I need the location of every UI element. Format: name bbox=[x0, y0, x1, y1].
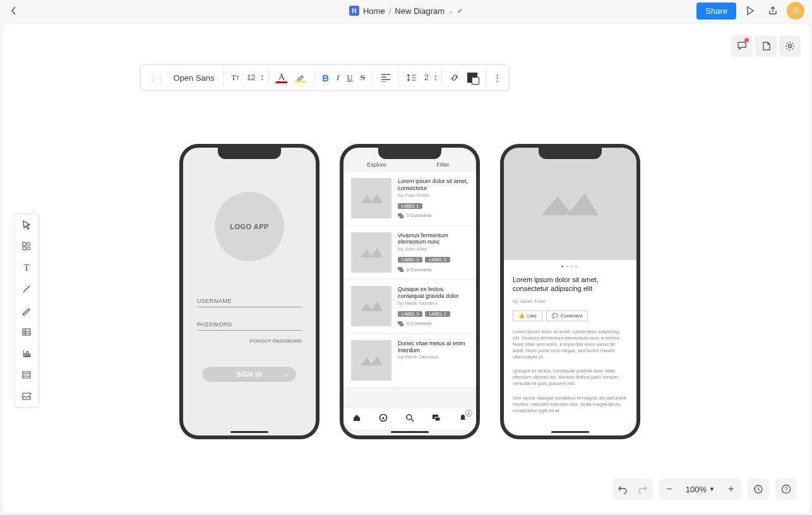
logo-placeholder: LOGO APP bbox=[215, 192, 284, 261]
feed-author: by Marie Sanders bbox=[398, 300, 469, 306]
link-button[interactable] bbox=[446, 68, 463, 88]
settings-gear-icon[interactable] bbox=[779, 35, 801, 57]
username-field: USERNAME bbox=[197, 298, 302, 307]
line-tool-icon[interactable] bbox=[15, 278, 39, 300]
line-height-input[interactable]: 2 bbox=[421, 68, 433, 88]
zoom-out-button[interactable]: − bbox=[659, 478, 679, 500]
shapes-tool-icon[interactable] bbox=[15, 235, 39, 257]
svg-rect-13 bbox=[23, 372, 30, 378]
drag-handle-icon[interactable]: ⋮⋮ bbox=[145, 68, 169, 88]
zoom-in-button[interactable]: + bbox=[721, 478, 741, 500]
tab-filter: Filter bbox=[410, 162, 476, 168]
pages-button[interactable] bbox=[755, 35, 777, 57]
topbar: H Home / New Diagram ⌄ ✔ Share ⦿ bbox=[0, 0, 812, 21]
feed-author: by Fran Smith bbox=[398, 192, 469, 198]
italic-button[interactable]: I bbox=[333, 68, 343, 88]
user-avatar[interactable]: ⦿ bbox=[787, 2, 804, 20]
feed-author: by Marie Salomon bbox=[398, 354, 469, 360]
chart-tool-icon[interactable] bbox=[15, 343, 39, 364]
svg-point-0 bbox=[789, 45, 792, 48]
arrow-right-icon: → bbox=[284, 371, 290, 378]
line-height-icon bbox=[403, 68, 421, 88]
share-button[interactable]: Share bbox=[696, 3, 736, 20]
history-button[interactable] bbox=[748, 478, 769, 500]
feed-item: Vivamus fermentum elementum nunc by John… bbox=[343, 226, 476, 280]
thumbs-up-icon: 👍 bbox=[518, 313, 525, 319]
highlight-color-button[interactable] bbox=[291, 68, 310, 88]
saved-check-icon: ✔ bbox=[457, 7, 463, 15]
font-family-select[interactable]: Open Sans bbox=[169, 68, 219, 88]
feed-item: Quisque ex lectus, consequat gravida dol… bbox=[343, 280, 476, 334]
phone-frame-detail[interactable]: ●●●● Lorem ipsum dolor sit amet, consect… bbox=[500, 144, 640, 439]
breadcrumb-sep: / bbox=[389, 6, 391, 16]
line-height-stepper[interactable]: ▲▼ bbox=[434, 74, 438, 81]
font-size-input[interactable]: 12 bbox=[243, 68, 259, 88]
chevron-down-icon[interactable]: ⌄ bbox=[448, 8, 453, 15]
back-button[interactable] bbox=[8, 4, 20, 17]
table-tool-icon[interactable] bbox=[15, 321, 39, 343]
notification-dot bbox=[744, 38, 749, 42]
phone-frame-login[interactable]: LOGO APP USERNAME PASSWORD FORGOT PASSWO… bbox=[179, 144, 319, 439]
svg-rect-12 bbox=[29, 354, 30, 357]
svg-rect-6 bbox=[23, 329, 30, 335]
text-tool-icon[interactable]: T bbox=[15, 257, 39, 278]
phone-frame-feed[interactable]: Explore Filter Lorem ipsum dolor sit ame… bbox=[340, 144, 480, 439]
redo-button[interactable] bbox=[633, 478, 653, 500]
feed-item: Lorem ipsum dolor sit amet, consectetur … bbox=[343, 172, 476, 226]
password-field: PASSWORD bbox=[197, 321, 302, 331]
image-tool-icon[interactable]: + bbox=[15, 386, 39, 407]
select-tool-icon[interactable] bbox=[15, 214, 39, 235]
feed-title: Lorem ipsum dolor sit amet, consectetur bbox=[398, 178, 469, 192]
svg-point-4 bbox=[27, 247, 30, 250]
feed-list: Lorem ipsum dolor sit amet, consectetur … bbox=[343, 172, 476, 388]
present-play-icon[interactable] bbox=[741, 2, 759, 20]
feed-item: Donec vitae metus at enim interdum by Ma… bbox=[343, 334, 476, 388]
feed-comments: 0 Comments bbox=[398, 321, 469, 327]
frame-tool-icon[interactable] bbox=[15, 364, 39, 386]
feed-label: LABEL 1 bbox=[425, 311, 450, 317]
more-options-icon[interactable]: ⋮ bbox=[489, 68, 505, 88]
signin-label: SIGN IN bbox=[237, 371, 263, 378]
nav-explore-icon bbox=[379, 413, 388, 424]
undo-button[interactable] bbox=[612, 478, 633, 500]
font-size-stepper[interactable]: ▲▼ bbox=[260, 74, 264, 81]
canvas-wrapper: ⋮⋮ Open Sans TT 12 ▲▼ A B I U S 2 ▲▼ bbox=[3, 24, 809, 512]
pen-tool-icon[interactable] bbox=[15, 300, 39, 321]
fill-color-button[interactable] bbox=[463, 68, 481, 88]
breadcrumb: H Home / New Diagram ⌄ ✔ bbox=[349, 6, 463, 16]
zoom-level[interactable]: 100%▼ bbox=[679, 485, 721, 494]
feed-thumbnail bbox=[351, 178, 391, 218]
tab-explore: Explore bbox=[343, 162, 410, 168]
text-color-button[interactable]: A bbox=[272, 68, 291, 88]
comments-button[interactable] bbox=[731, 35, 753, 57]
nav-bell-icon: 1 bbox=[458, 413, 467, 424]
feed-label: LABEL 3 bbox=[425, 257, 450, 263]
feed-comments: 0 Comments bbox=[398, 266, 469, 273]
like-button: 👍Like bbox=[513, 311, 542, 321]
app-logo-icon: H bbox=[349, 6, 359, 16]
notification-badge: 1 bbox=[465, 410, 472, 417]
export-icon[interactable] bbox=[764, 2, 782, 20]
bold-button[interactable]: B bbox=[318, 68, 333, 88]
svg-point-2 bbox=[27, 242, 30, 246]
svg-rect-23 bbox=[400, 323, 403, 326]
strikethrough-button[interactable]: S bbox=[357, 68, 369, 88]
feed-thumbnail bbox=[351, 286, 391, 326]
svg-point-25 bbox=[407, 415, 412, 420]
breadcrumb-doc[interactable]: New Diagram bbox=[395, 6, 445, 16]
svg-rect-10 bbox=[25, 353, 26, 357]
svg-rect-3 bbox=[23, 247, 26, 250]
feed-label: LABEL 3 bbox=[398, 311, 422, 317]
canvas[interactable]: ⋮⋮ Open Sans TT 12 ▲▼ A B I U S 2 ▲▼ bbox=[3, 24, 809, 512]
comment-button: 💬Comment bbox=[546, 311, 588, 321]
underline-button[interactable]: U bbox=[343, 68, 356, 88]
shape-tools-panel: T + bbox=[14, 213, 39, 408]
help-button[interactable]: ? bbox=[775, 478, 797, 500]
nav-home-icon bbox=[352, 413, 361, 424]
feed-label: LABEL 1 bbox=[398, 203, 422, 209]
mockup-phones: LOGO APP USERNAME PASSWORD FORGOT PASSWO… bbox=[179, 144, 640, 439]
feed-thumbnail bbox=[351, 232, 391, 273]
breadcrumb-home[interactable]: Home bbox=[363, 6, 385, 16]
align-button[interactable] bbox=[377, 68, 395, 88]
svg-line-5 bbox=[23, 286, 30, 292]
